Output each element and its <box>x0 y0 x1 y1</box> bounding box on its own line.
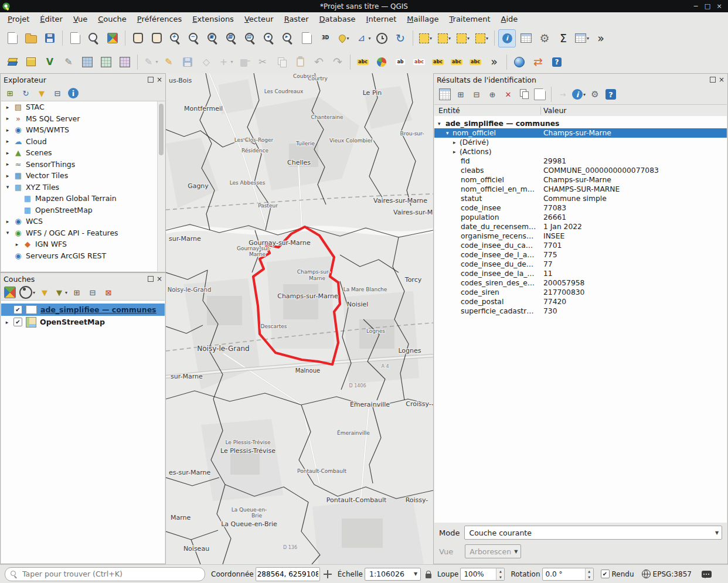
menu-diter[interactable]: Éditer <box>35 13 68 25</box>
zoom-in-button[interactable]: + <box>166 29 184 47</box>
zoom-to-layer-button[interactable]: ▤ <box>241 29 259 47</box>
pan-to-selection-button[interactable] <box>148 29 165 47</box>
coordinate-input[interactable] <box>256 567 320 581</box>
layer-item-ade-simplifiee-communes[interactable]: ✔ade_simplifiee — communes <box>1 304 165 316</box>
identify-attribute-row[interactable]: code_insee_du_de…77 <box>434 260 727 269</box>
locator-search[interactable] <box>5 567 205 581</box>
expand-arrow-icon[interactable]: ▾ <box>438 121 441 127</box>
expand-arrow-icon[interactable]: ▾ <box>5 230 11 236</box>
plugin-swap-button[interactable]: ⇄ <box>529 53 547 71</box>
menu-extensions[interactable]: Extensions <box>187 13 239 25</box>
zoom-next-button[interactable]: ▸ <box>279 29 297 47</box>
filter-legend-expression-button[interactable]: ▼▾ <box>53 285 68 299</box>
identify-actions-row[interactable]: ▸(Actions) <box>434 147 727 156</box>
expand-arrow-icon[interactable]: ▸ <box>5 219 11 224</box>
menu-maillage[interactable]: Maillage <box>402 13 444 25</box>
open-attribute-table-dropdown[interactable]: ▾ <box>587 36 589 41</box>
new-print-layout-button[interactable] <box>66 29 84 47</box>
identify-settings-button[interactable]: ⚙ <box>588 87 602 101</box>
identify-features-button[interactable]: i <box>498 29 516 47</box>
identify-feature-row[interactable]: ▾nom_officielChamps-sur-Marne <box>434 128 727 138</box>
layer-visibility-checkbox[interactable]: ✔ <box>13 318 22 326</box>
label-pin-button[interactable]: abc <box>448 53 465 71</box>
search-input[interactable] <box>21 569 199 579</box>
value-column-header[interactable]: Valeur <box>543 105 566 116</box>
spin-buttons[interactable]: ▲▼ <box>585 568 593 580</box>
deselect-features-button[interactable]: ▾ <box>454 29 472 47</box>
magnifier-spinbox[interactable]: 100% ▲▼ <box>460 568 505 581</box>
identify-attribute-row[interactable]: code_insee_de_la_…11 <box>434 269 727 278</box>
open-project-button[interactable] <box>22 29 40 47</box>
add-virtual-layer-button[interactable] <box>116 53 134 71</box>
zoom-full-button[interactable]: ▣ <box>204 29 222 47</box>
manage-map-themes-dropdown[interactable]: ▾ <box>33 290 35 295</box>
identify-help-button[interactable]: ? <box>604 87 618 101</box>
expand-arrow-icon[interactable]: ▸ <box>453 149 456 155</box>
remove-layer-button[interactable]: ⊠ <box>101 285 115 299</box>
identify-column-header[interactable]: Entité Valeur <box>434 104 727 117</box>
render-checkbox[interactable]: ✔ <box>601 570 610 578</box>
identify-attribute-row[interactable]: population26661 <box>434 213 727 222</box>
add-geopackage-layer-button[interactable] <box>22 53 40 71</box>
expand-arrow-icon[interactable]: ▾ <box>446 130 449 136</box>
rotation-spinbox[interactable]: 0.0 ° ▲▼ <box>542 568 594 581</box>
float-panel-button[interactable] <box>148 276 154 282</box>
manage-map-themes-button[interactable]: ▾ <box>19 285 36 299</box>
toggle-editing-button[interactable]: ✎ <box>160 53 178 71</box>
identify-attribute-row[interactable]: codes_siren_des_e…200057958 <box>434 278 727 288</box>
zoom-last-button[interactable]: ◂ <box>260 29 278 47</box>
add-annotation-layer-button[interactable]: ✎ <box>60 53 77 71</box>
menu-internet[interactable]: Internet <box>361 13 402 25</box>
scale-combobox[interactable]: 1:106026 ▼ <box>365 568 421 581</box>
layer-labeling-button[interactable]: abc <box>354 53 372 71</box>
float-panel-button[interactable] <box>710 77 716 83</box>
select-by-expression-button[interactable]: ▾ <box>473 29 491 47</box>
open-layer-styling-button[interactable] <box>3 285 17 299</box>
data-source-manager-button[interactable] <box>4 53 21 71</box>
layer-diagram-button[interactable] <box>373 53 390 71</box>
menu-raster[interactable]: Raster <box>279 13 314 25</box>
add-selected-layers-button[interactable]: ⊞ <box>3 86 17 100</box>
menu-couche[interactable]: Couche <box>93 13 132 25</box>
select-features-dropdown[interactable]: ▾ <box>430 36 432 41</box>
expand-arrow-icon[interactable]: ▸ <box>5 104 11 110</box>
copy-feature-button[interactable] <box>517 87 531 101</box>
deselect-features-dropdown[interactable]: ▾ <box>467 36 470 41</box>
filter-legend-button[interactable]: ▼ <box>38 285 52 299</box>
measure-dropdown[interactable]: ▾ <box>368 36 370 41</box>
identify-attribute-row[interactable]: code_postal77420 <box>434 297 727 306</box>
lock-scale-icon[interactable] <box>426 574 431 578</box>
identify-attribute-row[interactable]: cleabsCOMMUNE_0000000000077083 <box>434 166 727 175</box>
identify-attribute-row[interactable]: code_insee77083 <box>434 203 727 213</box>
expand-arrow-icon[interactable]: ▸ <box>5 138 11 144</box>
browser-item-ms-sql-server[interactable]: ▸»MS SQL Server <box>1 113 165 125</box>
style-manager-button[interactable] <box>104 29 121 47</box>
browser-item-scenes[interactable]: ▸▲Scenes <box>1 147 165 159</box>
expand-all-layers-button[interactable]: ⊞ <box>70 285 84 299</box>
expand-arrow-icon[interactable]: ▸ <box>5 173 11 179</box>
zoom-to-selection-button[interactable]: ▦ <box>223 29 240 47</box>
field-calculator-button[interactable] <box>517 29 535 47</box>
menu-vecteur[interactable]: Vecteur <box>239 13 279 25</box>
crs-label[interactable]: EPSG:3857 <box>653 570 692 578</box>
print-response-button[interactable] <box>533 87 547 101</box>
toolbar-overflow-button[interactable]: » <box>592 29 610 47</box>
identify-mode-dropdown[interactable]: ▾ <box>583 92 586 97</box>
expand-arrow-icon[interactable]: ▸ <box>5 127 11 133</box>
select-by-expression-dropdown[interactable]: ▾ <box>486 36 488 41</box>
spatial-bookmarks-button[interactable]: ▾ <box>335 29 353 47</box>
labeling-single-button[interactable]: ab <box>392 53 409 71</box>
browser-item-serveurs-arcgis-rest[interactable]: ◉Serveurs ArcGIS REST <box>1 250 165 262</box>
browser-item-wfs-ogc-api-features[interactable]: ▾◉WFS / OGC API - Features <box>1 227 165 239</box>
browser-scrollbar[interactable] <box>157 101 165 271</box>
expand-arrow-icon[interactable]: ▸ <box>5 115 11 121</box>
map-canvas[interactable]: us-BoisMontfermeilLe PinChellesGagnyVair… <box>166 73 433 564</box>
expand-arrow-icon[interactable]: ▸ <box>5 150 11 156</box>
identify-form-view-button[interactable] <box>438 87 452 101</box>
browser-item-wcs[interactable]: ▸◉WCS <box>1 216 165 227</box>
maximize-button[interactable]: □ <box>702 2 713 10</box>
browser-item-cloud[interactable]: ▸☁Cloud <box>1 136 165 148</box>
identify-attribute-row[interactable]: nom_officielChamps-sur-Marne <box>434 175 727 185</box>
help-button[interactable]: ? <box>548 53 566 71</box>
identify-attribute-row[interactable]: code_siren217700830 <box>434 288 727 297</box>
